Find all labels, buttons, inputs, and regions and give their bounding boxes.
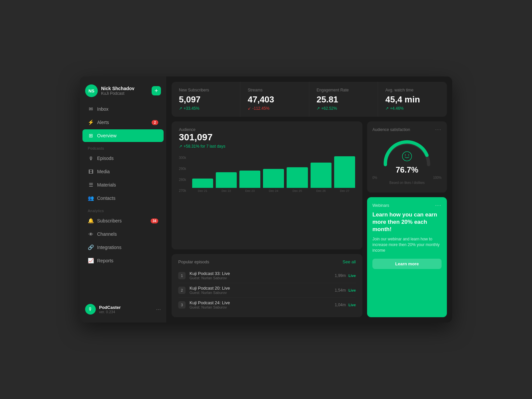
materials-icon: ☰ xyxy=(88,182,94,188)
stat-arrow-icon xyxy=(179,106,182,111)
integrations-icon: 🔗 xyxy=(88,244,94,250)
y-axis-label: 290k xyxy=(179,167,186,171)
bar-group: Dec 22 xyxy=(216,172,237,193)
stat-label: Engagement Rate xyxy=(317,88,370,92)
episode-title: Kuji Podcast 24: Live xyxy=(190,300,331,305)
stat-value: 25.81 xyxy=(317,94,370,105)
user-podcast: KuJi Podcast xyxy=(101,91,148,96)
bar-group: Dec 27 xyxy=(334,156,355,193)
stat-change: +33.45% xyxy=(179,106,233,111)
episode-guest: Guest: Nurlan Saburov xyxy=(190,305,331,309)
left-column: Audience 301,097 ↗ +58.31% for 7 last da… xyxy=(172,121,362,317)
bar-label: Dec 21 xyxy=(198,189,207,193)
audience-title: Audience xyxy=(179,127,355,132)
gauge-labels: 0% 100% xyxy=(372,176,442,180)
satisfaction-menu-dots[interactable]: ··· xyxy=(435,127,442,133)
gauge-label-right: 100% xyxy=(433,176,442,180)
add-button[interactable]: + xyxy=(152,86,161,95)
stat-change-text: +4.46% xyxy=(390,106,404,111)
learn-more-button[interactable]: Learn more xyxy=(372,259,442,269)
chart-bar xyxy=(287,167,308,188)
webinar-header: Webinars ··· xyxy=(372,202,442,208)
episode-views: 1,04m xyxy=(335,303,346,307)
svg-point-0 xyxy=(402,152,412,161)
gauge-label-left: 0% xyxy=(372,176,377,180)
bar-group: Dec 24 xyxy=(263,169,284,193)
chart-bar xyxy=(192,179,213,188)
user-name: Nick Shchadov xyxy=(101,86,148,91)
overview-icon: ⊞ xyxy=(88,133,94,139)
stat-change: +4.46% xyxy=(385,106,440,111)
alerts-icon: ⚡ xyxy=(88,119,94,125)
episode-status: Live xyxy=(348,274,356,278)
footer-menu-dots[interactable]: ··· xyxy=(156,306,161,313)
gauge-container: 76.7% 0% 100% Based on likes / dislikes xyxy=(372,135,442,187)
nav-inbox[interactable]: ✉ Inbox xyxy=(82,103,164,115)
alerts-badge: 2 xyxy=(152,120,158,125)
nav-channels[interactable]: 👁 Channels xyxy=(82,228,164,240)
nav-reports[interactable]: 📈 Reports xyxy=(82,254,164,267)
chart-bar xyxy=(239,171,260,188)
episode-status: Live xyxy=(348,288,356,292)
nav-materials[interactable]: ☰ Materials xyxy=(82,179,164,191)
gauge-description: Based on likes / dislikes xyxy=(389,181,425,185)
contacts-icon: 👥 xyxy=(88,195,94,201)
chart-bar xyxy=(311,163,332,188)
episode-item[interactable]: 3 Kuji Podcast 24: Live Guest: Nurlan Sa… xyxy=(178,298,356,312)
subscribers-icon: 🔔 xyxy=(88,218,94,224)
satisfaction-card: Audience satisfaction ··· xyxy=(367,121,447,193)
main-content: New Subscribers 5,097 +33.45% Streams 47… xyxy=(166,76,452,323)
bar-label: Dec 26 xyxy=(316,189,326,193)
bar-label: Dec 22 xyxy=(221,189,231,193)
bar-group: Dec 23 xyxy=(239,171,260,193)
stat-card: Avg. watch time 45,4 min +4.46% xyxy=(378,82,447,117)
stat-label: Avg. watch time xyxy=(385,88,440,92)
episode-info: Kuji Podcast 24: Live Guest: Nurlan Sabu… xyxy=(190,300,331,309)
sidebar-footer: 🎙 PodCaster ver. 0.234 ··· xyxy=(80,301,166,317)
webinar-card: Webinars ··· Learn how you can earn more… xyxy=(367,197,447,317)
episodes-title: Popular episods xyxy=(178,259,209,264)
stat-label: Streams xyxy=(248,88,302,92)
stat-change-text: +62.52% xyxy=(321,106,337,111)
stats-row: New Subscribers 5,097 +33.45% Streams 47… xyxy=(172,82,447,117)
app-version: ver. 0.234 xyxy=(99,310,153,314)
y-axis-label: 300k xyxy=(179,156,186,160)
episode-title: Kuji Podcast 20: Live xyxy=(190,286,331,291)
stat-value: 5,097 xyxy=(179,94,233,105)
episode-status: Live xyxy=(348,303,356,307)
nav-alerts[interactable]: ⚡ Alerts 2 xyxy=(82,116,164,129)
bar-label: Dec 24 xyxy=(269,189,279,193)
stat-arrow-icon xyxy=(248,106,251,111)
stat-change: +62.52% xyxy=(317,106,370,111)
nav-integrations[interactable]: 🔗 Integrations xyxy=(82,241,164,254)
episode-item[interactable]: 1 Kuji Podcast 33: Live Guest: Nurlan Sa… xyxy=(178,268,356,283)
nav-subscribers[interactable]: 🔔 Subscribers 34 xyxy=(82,214,164,227)
episodes-icon: 🎙 xyxy=(88,155,94,161)
webinar-menu-dots[interactable]: ··· xyxy=(435,202,442,208)
audience-value: 301,097 xyxy=(179,132,355,143)
episode-guest: Guest: Nurlan Saburov xyxy=(190,276,331,280)
user-info: Nick Shchadov KuJi Podcast xyxy=(101,86,148,96)
nav-episodes[interactable]: 🎙 Episods xyxy=(82,152,164,165)
bar-group: Dec 25 xyxy=(287,167,308,193)
nav-contacts[interactable]: 👥 Contacts xyxy=(82,192,164,204)
nav-media[interactable]: 🎞 Media xyxy=(82,165,164,178)
stat-card: Engagement Rate 25.81 +62.52% xyxy=(309,82,378,117)
episode-info: Kuji Podcast 20: Live Guest: Nurlan Sabu… xyxy=(190,286,331,295)
gauge-svg xyxy=(380,138,434,168)
bar-label: Dec 23 xyxy=(245,189,255,193)
subscribers-badge: 34 xyxy=(151,218,158,223)
stat-label: New Subscribers xyxy=(179,88,233,92)
see-all-button[interactable]: See all xyxy=(342,259,356,264)
episode-title: Kuji Podcast 33: Live xyxy=(190,271,331,276)
bar-group: Dec 26 xyxy=(311,163,332,193)
episode-number: 2 xyxy=(178,287,186,294)
episode-meta: 1,54m Live xyxy=(335,288,356,293)
episode-item[interactable]: 2 Kuji Podcast 20: Live Guest: Nurlan Sa… xyxy=(178,283,356,298)
stat-change-text: +33.45% xyxy=(184,106,200,111)
chart-bar xyxy=(263,169,284,188)
episode-info: Kuji Podcast 33: Live Guest: Nurlan Sabu… xyxy=(190,271,331,280)
bar-group: Dec 21 xyxy=(192,179,213,193)
episode-views: 1,99m xyxy=(335,273,346,278)
nav-overview[interactable]: ⊞ Overview xyxy=(82,129,164,142)
